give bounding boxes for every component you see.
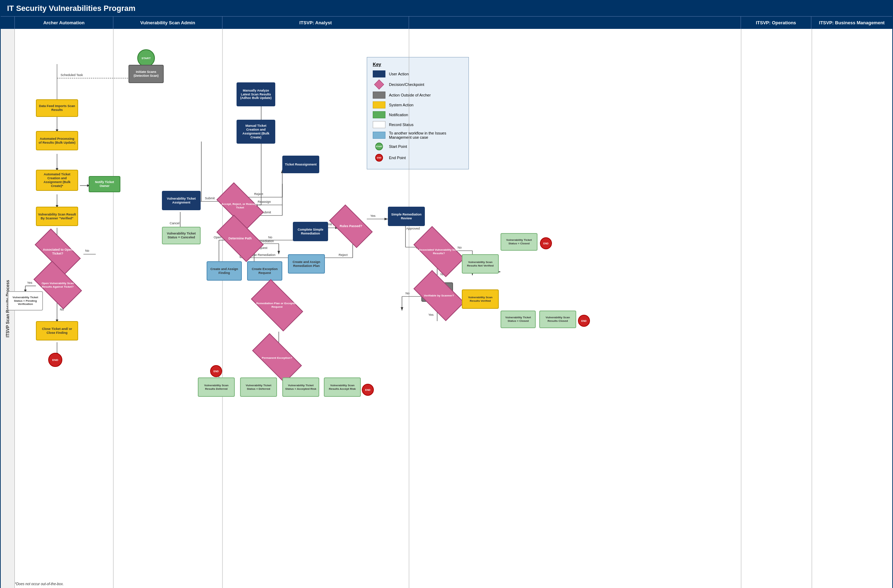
- close-ticket-box: Close Ticket and/ or Close Finding: [36, 321, 78, 340]
- vuln-cancelled-box: Vulnerability Ticket Status = Canceled: [162, 227, 201, 244]
- legend-row-user: User Action: [373, 71, 463, 77]
- svg-text:Cancel: Cancel: [170, 221, 179, 225]
- legend-circle-end: END: [375, 154, 383, 162]
- create-assign-plan-box: Create and Assign Remediation Plan: [288, 254, 325, 274]
- permanent-exception-diamond: Permanent Exception?: [254, 346, 300, 370]
- manually-analyze-box: Manually Analyze Latest Scan Results (Ad…: [236, 83, 275, 106]
- legend-row-start: START Start Point: [373, 142, 463, 151]
- col-header-spacer: [1, 17, 15, 29]
- legend-row-outside: Action Outside of Archer: [373, 92, 463, 99]
- legend-swatch-user: [373, 71, 385, 77]
- svg-text:Yes: Yes: [27, 281, 32, 284]
- remediation-exception-diamond: Remediation Plan or Exception Request: [254, 291, 300, 319]
- end-circle-5: END: [362, 384, 374, 396]
- create-assign-finding-box: Create and Assign Finding: [207, 261, 242, 281]
- scheduled-task-label: Scheduled Task: [60, 73, 83, 77]
- vuln-not-verified-box: Vulnerability Scan Results Not Verified: [462, 254, 499, 274]
- right-columns: [741, 29, 892, 588]
- svg-text:No: No: [406, 292, 410, 295]
- legend-circle-start-wrap: START: [373, 142, 385, 151]
- legend-circle-end-wrap: END: [373, 153, 385, 162]
- legend-box: Key User Action Decision/Checkpoint Acti…: [367, 57, 469, 169]
- vuln-accept-risk-box: Vulnerability Scan Results Accept Risk: [324, 377, 361, 397]
- diagram-canvas: No Yes Yes No: [15, 29, 741, 588]
- accept-reject-diamond: Accept, Reject, or Reassign Ticket: [219, 194, 261, 218]
- vuln-pending-box: Vulnerability Ticket Status = Pending Ve…: [8, 291, 43, 311]
- svg-text:Submit: Submit: [205, 197, 215, 200]
- data-feed-box: Data Feed Imports Scan Results: [36, 99, 78, 117]
- legend-row-record: Record Status: [373, 121, 463, 128]
- svg-text:Yes: Yes: [370, 214, 376, 218]
- verifiable-scanner-diamond: Verifiable by Scanner?: [416, 283, 462, 309]
- legend-label-workflow: To another workflow in the Issues Manage…: [389, 131, 463, 140]
- legend-diamond: [374, 80, 384, 89]
- column-headers: Archer Automation Vulnerability Scan Adm…: [1, 16, 892, 29]
- legend-label-outside: Action Outside of Archer: [389, 93, 431, 97]
- legend-label-notification: Notification: [389, 113, 408, 117]
- vuln-verified-box: Vulnerability Scan Results Verified: [462, 289, 499, 309]
- vuln-deferred-1-box: Vulnerability Scan Results Deferred: [198, 377, 235, 397]
- diagram-area: ITSVP Scan Results Process: [1, 29, 892, 588]
- col-header-ops: ITSVP: Operations: [741, 17, 811, 29]
- svg-text:No: No: [268, 236, 272, 239]
- end-circle-4: END: [210, 365, 222, 377]
- vuln-deferred-2-box: Vulnerability Ticket Status = Deferred: [240, 377, 277, 397]
- svg-text:Reject: Reject: [338, 253, 348, 257]
- complete-simple-box: Complete Simple Remediation: [293, 222, 328, 241]
- vuln-scan-result-box: Vulnerability Scan Result By Scanner "Ve…: [36, 207, 78, 226]
- manual-ticket-box: Manual Ticket Creation and Assignment (B…: [236, 120, 275, 144]
- legend-label-end: End Point: [389, 156, 406, 160]
- vuln-scan-closed-box: Vulnerability Scan Results Closed: [539, 311, 576, 328]
- end-circle-3: END: [578, 315, 590, 327]
- legend-row-decision: Decision/Checkpoint: [373, 80, 463, 89]
- legend-swatch-outside: [373, 92, 385, 99]
- legend-label-start: Start Point: [389, 144, 407, 149]
- end-circle-1: END: [48, 353, 62, 367]
- vuln-closed-2-box: Vulnerability Ticket Status = Closed: [501, 311, 536, 328]
- open-vuln-scan-diamond: Open Vulnerability Scan Results Against …: [37, 272, 79, 298]
- col-header-analyst: ITSVP: Analyst: [222, 17, 409, 29]
- end-circle-2: END: [540, 237, 552, 249]
- svg-text:Yes: Yes: [428, 313, 434, 317]
- legend-label-system: System Action: [389, 103, 413, 107]
- col-header-archer: Archer Automation: [15, 17, 113, 29]
- legend-swatch-system: [373, 101, 385, 108]
- legend-label-decision: Decision/Checkpoint: [389, 83, 424, 87]
- simple-review-box: Simple Remediation Review: [388, 207, 425, 226]
- create-exception-box: Create Exception Request: [247, 261, 282, 281]
- footnote: *Does not occur out-of-the-box.: [15, 582, 64, 586]
- page-title: IT Security Vulnerabilities Program: [7, 4, 135, 13]
- svg-text:Approved: Approved: [406, 227, 420, 230]
- determine-path-diamond: Determine Path: [219, 226, 261, 251]
- vuln-accepted-box: Vulnerability Ticket Status = Accepted R…: [282, 377, 319, 397]
- assoc-vuln-diamond: Associated Vulnerability Scan Results?: [416, 238, 462, 265]
- vuln-assign-box: Vulnerability Ticket Assignment: [162, 191, 201, 210]
- legend-row-notification: Notification: [373, 111, 463, 118]
- rules-passed-diamond: Rules Passed?: [332, 215, 370, 238]
- legend-diamond-wrap: [373, 80, 385, 89]
- legend-title: Key: [373, 62, 463, 67]
- notify-owner-box: Notify Ticket Owner: [89, 176, 120, 192]
- col-header-vsadmin: Vulnerability Scan Admin: [113, 17, 222, 29]
- legend-label-user: User Action: [389, 72, 409, 76]
- legend-circle-start: START: [375, 143, 383, 150]
- initiate-scans-box: Initiate Scans (Detection Scan): [128, 65, 164, 83]
- ticket-reassign-box: Ticket Reassignment: [282, 156, 319, 173]
- col-header-spacer2: [409, 17, 741, 29]
- legend-swatch-workflow: [373, 132, 385, 139]
- page-container: IT Security Vulnerabilities Program Arch…: [0, 0, 893, 588]
- assoc-open-diamond: Associated to Open Ticket?: [37, 240, 79, 263]
- page-title-bar: IT Security Vulnerabilities Program: [1, 1, 892, 16]
- auto-ticket-box: Automated Ticket Creation and Assignment…: [36, 170, 78, 191]
- legend-row-workflow: To another workflow in the Issues Manage…: [373, 131, 463, 140]
- col-header-bizm: ITSVP: Business Management: [811, 17, 892, 29]
- legend-label-record: Record Status: [389, 123, 413, 127]
- legend-row-system: System Action: [373, 101, 463, 108]
- legend-swatch-record: [373, 121, 385, 128]
- auto-processing-box: Automated Processing of Results (Bulk Up…: [36, 131, 78, 150]
- legend-row-end: END End Point: [373, 153, 463, 162]
- start-circle: START: [137, 49, 155, 67]
- svg-text:No: No: [85, 249, 89, 253]
- legend-swatch-notification: [373, 111, 385, 118]
- vuln-closed-1-box: Vulnerability Ticket Status = Closed: [501, 233, 538, 251]
